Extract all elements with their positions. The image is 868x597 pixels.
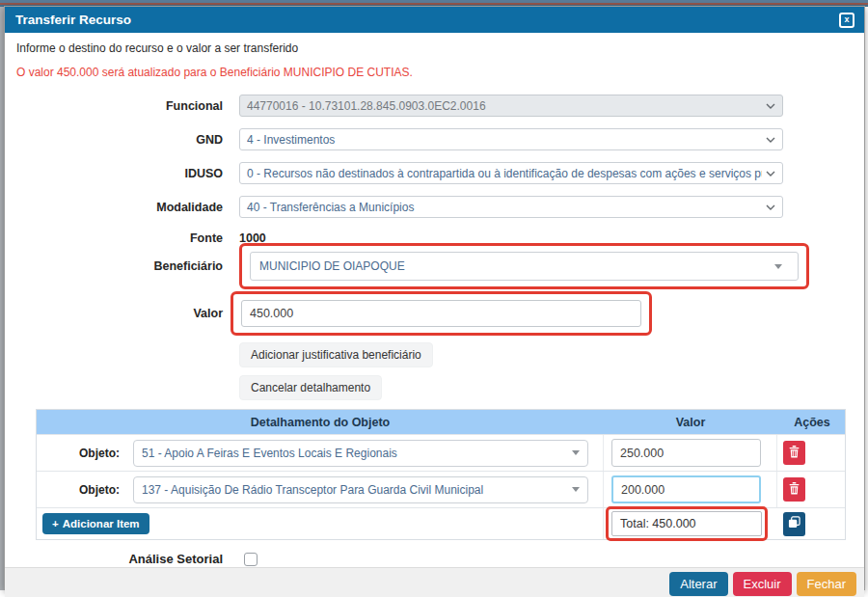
modal-titlebar: Transferir Recurso x	[5, 7, 864, 33]
delete-item-button-1[interactable]	[783, 441, 805, 465]
header-detalhamento: Detalhamento do Objeto	[37, 416, 604, 429]
delete-item-button-2[interactable]	[783, 477, 805, 502]
gnd-row: GND 4 - Investimentos	[16, 128, 853, 150]
modalidade-label: Modalidade	[16, 201, 231, 214]
beneficiario-label: Beneficiário	[16, 259, 231, 273]
close-icon[interactable]: x	[839, 13, 854, 28]
header-valor: Valor	[604, 416, 777, 429]
plus-icon: +	[52, 518, 59, 529]
iduso-label: IDUSO	[16, 167, 231, 180]
objeto-value-2: 137 - Aquisição De Rádio Transceptor Par…	[142, 483, 572, 497]
add-item-button[interactable]: + Adicionar Item	[42, 513, 149, 534]
transfer-resource-modal: Transferir Recurso x Informe o destino d…	[4, 6, 865, 590]
item-valor-input-2[interactable]	[611, 475, 761, 503]
objeto-select-1[interactable]: 51 - Apoio A Feiras E Eventos Locais E R…	[133, 440, 588, 467]
analise-setorial-checkbox[interactable]	[244, 553, 258, 566]
total-highlight-annotation: Total: 450.000	[606, 506, 768, 541]
table-row: Objeto: 137 - Aquisição De Rádio Transce…	[37, 471, 845, 507]
funcional-select[interactable]: 44770016 - 10.73101.28.845.0903.0EC2.001…	[239, 95, 783, 117]
copy-icon	[788, 516, 800, 531]
add-justification-button[interactable]: Adicionar justificativa beneficiário	[239, 342, 433, 367]
modalidade-select[interactable]: 40 - Transferências a Municípios	[239, 196, 783, 218]
caret-down-icon	[572, 450, 580, 455]
valor-highlight-annotation	[231, 291, 652, 336]
iduso-value: 0 - Recursos não destinados à contrapart…	[247, 167, 762, 180]
beneficiario-row: Beneficiário MUNICIPIO DE OIAPOQUE	[16, 243, 853, 289]
modal-body: Informe o destino do recurso e o valor a…	[5, 41, 864, 597]
cancel-detail-button[interactable]: Cancelar detalhamento	[239, 375, 382, 400]
alterar-button[interactable]: Alterar	[669, 572, 727, 596]
chevron-down-icon	[766, 103, 775, 109]
fechar-button[interactable]: Fechar	[797, 572, 856, 596]
objeto-value-1: 51 - Apoio A Feiras E Eventos Locais E R…	[142, 447, 572, 460]
iduso-row: IDUSO 0 - Recursos não destinados à cont…	[16, 162, 853, 184]
intro-text: Informe o destino do recurso e o valor a…	[16, 41, 853, 55]
caret-down-icon	[774, 264, 782, 269]
beneficiario-highlight-annotation: MUNICIPIO DE OIAPOQUE	[239, 243, 809, 289]
warning-message: O valor 450.000 será atualizado para o B…	[16, 66, 853, 79]
table-footer-row: + Adicionar Item Total: 450.000	[37, 507, 845, 539]
chevron-down-icon	[766, 137, 775, 143]
table-row: Objeto: 51 - Apoio A Feiras E Eventos Lo…	[37, 434, 845, 471]
objeto-label: Objeto:	[37, 447, 120, 460]
iduso-select[interactable]: 0 - Recursos não destinados à contrapart…	[239, 162, 783, 184]
funcional-row: Funcional 44770016 - 10.73101.28.845.090…	[16, 95, 853, 117]
excluir-button[interactable]: Excluir	[733, 572, 792, 596]
objeto-select-2[interactable]: 137 - Aquisição De Rádio Transceptor Par…	[133, 476, 588, 503]
analise-setorial-row: Análise Setorial	[16, 552, 853, 566]
header-acoes: Ações	[777, 416, 847, 429]
valor-row: Valor	[16, 291, 853, 336]
beneficiario-select[interactable]: MUNICIPIO DE OIAPOQUE	[250, 252, 799, 281]
caret-down-icon	[572, 487, 580, 492]
beneficiario-value: MUNICIPIO DE OIAPOQUE	[259, 259, 774, 273]
total-value: Total: 450.000	[611, 511, 762, 536]
chevron-down-icon	[766, 171, 775, 176]
gnd-value: 4 - Investimentos	[247, 133, 762, 147]
fonte-label: Fonte	[16, 231, 231, 245]
funcional-value: 44770016 - 10.73101.28.845.0903.0EC2.001…	[247, 99, 762, 113]
valor-label: Valor	[16, 307, 231, 320]
objeto-label: Objeto:	[37, 483, 120, 497]
analise-setorial-label: Análise Setorial	[16, 552, 231, 566]
modal-footer: Alterar Excluir Fechar	[5, 567, 864, 597]
modalidade-row: Modalidade 40 - Transferências a Municíp…	[16, 196, 853, 218]
modal-title: Transferir Recurso	[15, 13, 131, 27]
transfer-form: Funcional 44770016 - 10.73101.28.845.090…	[16, 95, 853, 400]
funcional-label: Funcional	[16, 99, 231, 113]
table-header-row: Detalhamento do Objeto Valor Ações	[37, 410, 845, 434]
trash-icon	[789, 482, 800, 498]
modalidade-value: 40 - Transferências a Municípios	[247, 201, 762, 214]
add-item-label: Adicionar Item	[63, 518, 140, 529]
item-valor-input-1[interactable]	[611, 439, 761, 467]
copy-total-button[interactable]	[783, 512, 805, 536]
valor-input[interactable]	[241, 300, 641, 327]
gnd-label: GND	[16, 133, 231, 147]
trash-icon	[789, 446, 800, 461]
gnd-select[interactable]: 4 - Investimentos	[239, 128, 783, 150]
detail-table: Detalhamento do Objeto Valor Ações Objet…	[36, 409, 846, 540]
chevron-down-icon	[766, 204, 775, 210]
